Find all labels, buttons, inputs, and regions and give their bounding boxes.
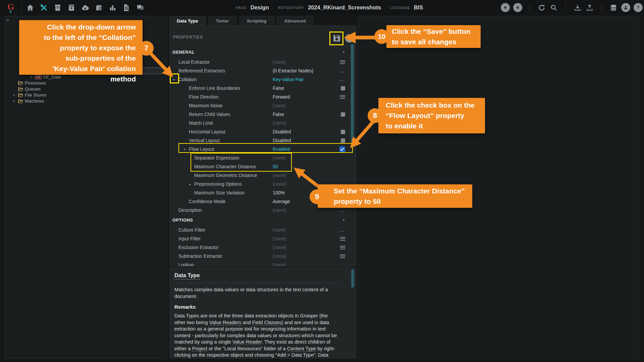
remarks-link[interactable]: Field Classes (252, 320, 282, 325)
property-value[interactable]: (0 Extractor Nodes) (273, 68, 313, 73)
property-value[interactable]: (none) (273, 181, 286, 187)
menu-icon[interactable] (340, 95, 345, 99)
menu-icon[interactable] (340, 237, 345, 241)
menu-icon[interactable] (340, 246, 345, 249)
property-label: Lookup (178, 262, 194, 266)
property-value[interactable]: Key-Value Pair (273, 77, 304, 82)
remarks-link[interactable]: Project (192, 346, 207, 352)
search-icon[interactable] (549, 3, 558, 12)
bar-chart-icon[interactable] (108, 3, 117, 12)
chevron-down-icon[interactable]: ▾ (343, 218, 344, 222)
property-row-collation[interactable]: ▾CollationKey-Value Pair… (170, 75, 350, 84)
property-row-input-filter[interactable]: Input Filter(none) (170, 234, 350, 243)
document-search-icon[interactable] (122, 3, 131, 12)
property-row-flow-direction[interactable]: Flow DirectionForward (170, 93, 350, 101)
property-value[interactable]: Forward (273, 94, 290, 100)
property-value[interactable]: Disabled (273, 138, 291, 143)
property-value[interactable]: 100% (273, 190, 285, 195)
tree-item-file-stores[interactable]: ▸File Stores (5, 92, 167, 98)
property-row-lookup[interactable]: Lookup(none) (170, 260, 350, 266)
checkbox-unchecked[interactable] (341, 86, 345, 90)
page-value[interactable]: Design (251, 4, 269, 11)
property-row-match-limit[interactable]: Match Limit(none) (170, 119, 350, 127)
menu-icon[interactable] (340, 254, 345, 258)
property-value[interactable]: Average (273, 199, 290, 204)
property-row-maximum-geometric-distance[interactable]: Maximum Geometric Distance(none) (170, 171, 350, 180)
property-row-local-extractor[interactable]: Local Extractor(none) (170, 58, 350, 66)
wrench-tools-icon[interactable] (40, 3, 48, 12)
property-value[interactable]: (none) (273, 236, 286, 241)
ellipsis-button[interactable]: … (339, 228, 345, 232)
property-row-culture-filter[interactable]: Culture Filter(none)… (170, 226, 350, 234)
ellipsis-button[interactable]: … (339, 78, 345, 81)
ellipsis-button[interactable]: … (339, 208, 345, 212)
property-value[interactable]: False (273, 85, 284, 91)
property-row-exclusion-extractor[interactable]: Exclusion Extractor(none) (170, 243, 350, 252)
property-value[interactable]: False (273, 112, 284, 117)
remarks-link[interactable]: Value Reader (232, 339, 262, 345)
tree-item-machines[interactable]: ▸Machines (5, 98, 167, 104)
chevron-right-icon[interactable]: ▸ (189, 182, 191, 186)
user-icon[interactable] (621, 3, 630, 12)
upload-icon[interactable] (585, 3, 594, 12)
svg-text:G: G (7, 2, 14, 12)
chat-icon[interactable] (136, 3, 145, 12)
section-header-options[interactable]: OPTIONS▾ (170, 215, 350, 226)
ellipsis-button[interactable]: … (339, 69, 345, 72)
tab-tester[interactable]: Tester (209, 16, 237, 25)
property-row-subtraction-extractor[interactable]: Subtraction Extractor(none) (170, 252, 350, 260)
property-row-return-child-values[interactable]: Return Child ValuesFalse (170, 110, 350, 119)
property-value[interactable]: (none) (273, 245, 286, 250)
property-value[interactable]: (none) (273, 207, 286, 213)
property-value[interactable]: (none) (273, 253, 286, 259)
repository-value[interactable]: 2024_RKinard_Screenshots (308, 4, 381, 11)
tab-advanced[interactable]: Advanced (277, 16, 314, 25)
play-box-icon[interactable] (67, 3, 76, 12)
tree-expander-icon[interactable]: ▸ (12, 93, 16, 97)
properties-scrollbar-thumb[interactable] (351, 44, 354, 144)
tree-expander-icon[interactable]: ▸ (12, 99, 16, 103)
property-row-horizontal-layout[interactable]: Horizontal LayoutDisabled (170, 127, 350, 136)
property-action: … (339, 69, 345, 72)
description-scrollbar-thumb[interactable] (351, 269, 354, 288)
remarks-link[interactable]: Value Readers (209, 320, 241, 325)
menu-icon[interactable] (340, 60, 345, 64)
tree-root-expander-icon[interactable]: ▾ (7, 18, 9, 22)
refresh-icon[interactable] (537, 3, 546, 12)
callout-line: Click the “Save” button (392, 26, 475, 37)
property-value[interactable]: (none) (273, 227, 286, 233)
property-value[interactable]: (none) (273, 103, 286, 108)
property-row-enforce-line-boundaries[interactable]: Enforce Line BoundariesFalse (170, 84, 350, 93)
property-value[interactable]: Disabled (273, 129, 291, 134)
property-row-maximum-noise[interactable]: Maximum Noise(none) (170, 101, 350, 110)
help-icon[interactable]: ? (634, 3, 643, 12)
cloud-upload-icon[interactable] (81, 3, 90, 12)
back-icon[interactable] (501, 3, 510, 12)
checkbox-unchecked[interactable] (341, 112, 345, 117)
remarks-link[interactable]: Content Type (287, 346, 316, 352)
tab-data-type[interactable]: Data Type (169, 16, 206, 25)
property-value[interactable]: (none) (273, 173, 286, 178)
property-value[interactable]: (none) (273, 120, 286, 126)
briefcase-clock-icon[interactable] (95, 3, 103, 12)
help-title[interactable]: Data Type (174, 273, 200, 280)
home-icon[interactable] (26, 3, 35, 12)
property-label: Return Child Values (189, 112, 230, 117)
property-row-referenced-extractors[interactable]: Referenced Extractors(0 Extractor Nodes)… (170, 66, 350, 75)
section-header-general[interactable]: GENERAL▾ (170, 47, 350, 58)
tree-item-queues[interactable]: Queues (5, 86, 167, 92)
forward-icon[interactable] (513, 3, 522, 12)
chevron-down-icon[interactable]: ▾ (343, 50, 344, 54)
undo-button[interactable] (345, 34, 354, 43)
property-action (341, 112, 345, 117)
property-value[interactable]: (none) (273, 262, 286, 266)
tab-scripting[interactable]: Scripting (239, 16, 274, 25)
property-action (341, 138, 345, 143)
checkbox-unchecked[interactable] (341, 130, 345, 134)
property-value[interactable]: (none) (273, 59, 286, 65)
remarks-text: and (241, 320, 252, 325)
database-icon[interactable] (609, 3, 618, 12)
checkbox-unchecked[interactable] (341, 138, 345, 143)
archive-icon[interactable] (53, 3, 62, 12)
download-icon[interactable] (573, 3, 582, 12)
